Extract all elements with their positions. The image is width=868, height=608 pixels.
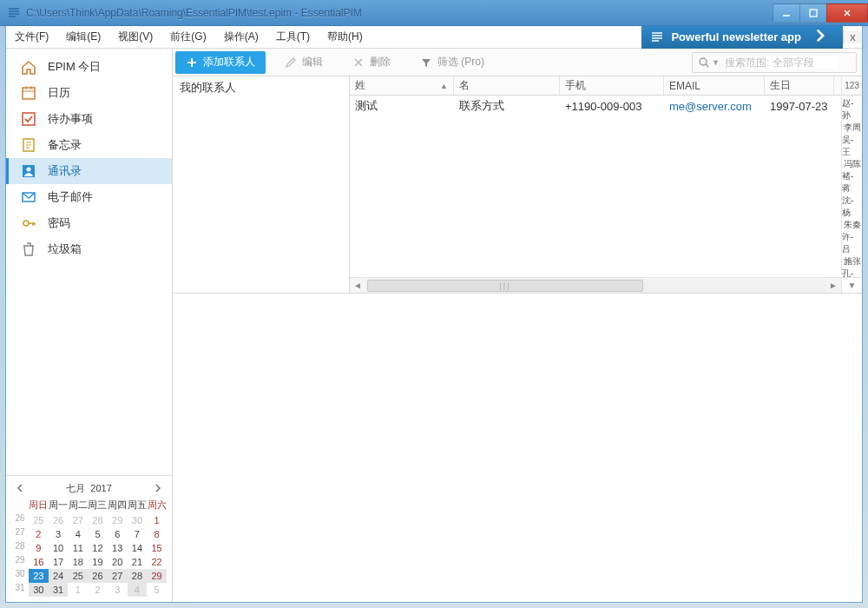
- app-frame: 文件(F)编辑(E)视图(V)前往(G)操作(A)工具(T)帮助(H) Powe…: [5, 26, 863, 603]
- nav-trash[interactable]: 垃圾箱: [6, 236, 172, 262]
- menu-3[interactable]: 前往(G): [161, 26, 214, 48]
- cal-day[interactable]: 28: [88, 513, 108, 527]
- dropdown-icon[interactable]: ▼: [712, 58, 720, 67]
- index-letter[interactable]: 李周: [844, 122, 861, 134]
- cal-prev-button[interactable]: [13, 481, 27, 495]
- delete-button[interactable]: 删除: [342, 51, 401, 74]
- cal-day[interactable]: 1: [147, 513, 167, 527]
- nav-calendar[interactable]: 日历: [6, 80, 172, 106]
- cal-day[interactable]: 30: [29, 583, 49, 597]
- index-letter[interactable]: 吴-王: [842, 134, 862, 158]
- menu-1[interactable]: 编辑(E): [57, 26, 109, 48]
- window-minimize-button[interactable]: [773, 3, 800, 23]
- index-letter[interactable]: 褚-蒋: [842, 170, 862, 195]
- index-letter[interactable]: 沈-杨: [842, 195, 862, 219]
- search-input[interactable]: [725, 56, 838, 69]
- menu-6[interactable]: 帮助(H): [319, 26, 372, 48]
- nav-passwords[interactable]: 密码: [6, 210, 172, 236]
- cal-day[interactable]: 13: [108, 541, 128, 555]
- scroll-thumb[interactable]: |||: [367, 280, 643, 292]
- index-letter[interactable]: 冯陈: [844, 158, 861, 170]
- cal-day[interactable]: 21: [128, 555, 148, 569]
- index-down-icon[interactable]: ▼: [842, 277, 862, 293]
- cal-day[interactable]: 27: [108, 569, 128, 583]
- add-contact-button[interactable]: 添加联系人: [175, 51, 266, 74]
- cal-day[interactable]: 23: [29, 569, 49, 583]
- cal-day[interactable]: 10: [49, 541, 69, 555]
- contact-group-tree[interactable]: 我的联系人: [173, 76, 350, 293]
- nav-today[interactable]: EPIM 今日: [6, 54, 172, 80]
- nav-notes[interactable]: 备忘录: [6, 132, 172, 158]
- nav-mail[interactable]: 电子邮件: [6, 184, 172, 210]
- cal-day[interactable]: 3: [49, 527, 69, 541]
- cal-day[interactable]: 26: [49, 513, 69, 527]
- cal-day[interactable]: 18: [68, 555, 88, 569]
- window-titlebar: C:\Users\Think\AppData\Roaming\Essential…: [0, 0, 868, 26]
- cal-day[interactable]: 22: [147, 555, 167, 569]
- cal-day[interactable]: 15: [147, 541, 167, 555]
- cal-day[interactable]: 25: [68, 569, 88, 583]
- index-letter[interactable]: 赵-孙: [842, 97, 862, 122]
- cal-day[interactable]: 29: [108, 513, 128, 527]
- cal-day[interactable]: 12: [88, 541, 108, 555]
- cal-day[interactable]: 5: [147, 583, 167, 597]
- cal-day[interactable]: 7: [128, 527, 148, 541]
- cal-day[interactable]: 1: [68, 583, 88, 597]
- cal-day[interactable]: 9: [29, 541, 49, 555]
- cal-next-button[interactable]: [151, 481, 165, 495]
- cal-day[interactable]: 11: [68, 541, 88, 555]
- col-surname[interactable]: 姓▲: [350, 76, 454, 95]
- table-row[interactable]: 测试联系方式+1190-009-003me@server.com1997-07-…: [350, 96, 841, 116]
- cal-day[interactable]: 5: [88, 527, 108, 541]
- menu-5[interactable]: 工具(T): [267, 26, 319, 48]
- col-phone[interactable]: 手机: [560, 76, 664, 95]
- index-letter[interactable]: 孔-严: [842, 268, 862, 277]
- filter-button[interactable]: 筛选 (Pro): [410, 51, 495, 74]
- index-head[interactable]: 123: [842, 76, 862, 96]
- cal-day[interactable]: 19: [88, 555, 108, 569]
- cal-day[interactable]: 29: [147, 569, 167, 583]
- cell-email[interactable]: me@server.com: [664, 100, 765, 113]
- cal-day[interactable]: 20: [108, 555, 128, 569]
- menu-4[interactable]: 操作(A): [215, 26, 267, 48]
- cal-day[interactable]: 6: [108, 527, 128, 541]
- nav-todo[interactable]: 待办事项: [6, 106, 172, 132]
- window-maximize-button[interactable]: [799, 3, 827, 23]
- cal-day[interactable]: 31: [49, 583, 69, 597]
- cal-day[interactable]: 4: [68, 527, 88, 541]
- cal-day[interactable]: 14: [128, 541, 148, 555]
- horizontal-scrollbar[interactable]: ◄ ||| ►: [350, 277, 841, 293]
- edit-button[interactable]: 编辑: [274, 51, 333, 74]
- scroll-right-icon[interactable]: ►: [825, 279, 841, 293]
- svg-rect-1: [810, 10, 817, 17]
- cal-day[interactable]: 25: [29, 513, 49, 527]
- index-letter[interactable]: 许-吕: [842, 231, 862, 255]
- cal-day[interactable]: 24: [49, 569, 69, 583]
- col-email[interactable]: EMAIL: [664, 76, 765, 95]
- scroll-left-icon[interactable]: ◄: [350, 279, 365, 293]
- cal-day[interactable]: 2: [88, 583, 108, 597]
- banner-close-button[interactable]: x: [843, 30, 862, 43]
- cal-day[interactable]: 8: [147, 527, 167, 541]
- cal-day[interactable]: 16: [29, 555, 49, 569]
- cal-day[interactable]: 2: [29, 527, 49, 541]
- svg-line-16: [706, 64, 708, 67]
- cal-day[interactable]: 17: [49, 555, 69, 569]
- window-close-button[interactable]: [826, 3, 868, 23]
- nav-contacts[interactable]: 通讯录: [6, 158, 172, 184]
- menu-0[interactable]: 文件(F): [6, 26, 57, 48]
- promo-banner[interactable]: Powerful newsletter app: [641, 26, 843, 49]
- cal-day[interactable]: 27: [68, 513, 88, 527]
- pencil-icon: [285, 56, 297, 69]
- cal-day[interactable]: 28: [128, 569, 148, 583]
- index-letter[interactable]: 施张: [844, 255, 861, 268]
- search-box[interactable]: ▼: [692, 52, 857, 73]
- cal-day[interactable]: 26: [88, 569, 108, 583]
- cal-day[interactable]: 3: [108, 583, 128, 597]
- index-letter[interactable]: 朱秦: [844, 219, 861, 231]
- col-given[interactable]: 名: [454, 76, 560, 95]
- col-birthday[interactable]: 生日: [765, 76, 834, 95]
- menu-2[interactable]: 视图(V): [109, 26, 161, 48]
- cal-day[interactable]: 30: [128, 513, 148, 527]
- cal-day[interactable]: 4: [128, 583, 148, 597]
